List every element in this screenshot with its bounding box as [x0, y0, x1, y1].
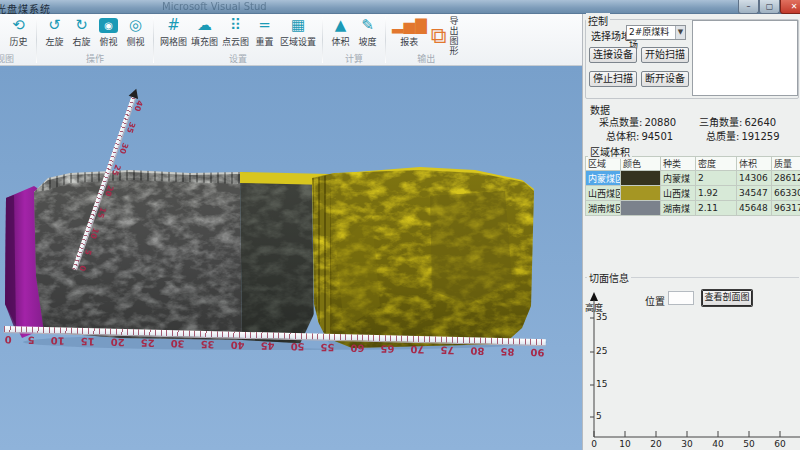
ruler-number: 15	[81, 336, 95, 347]
toolbar-button-label: 网格图	[160, 35, 187, 48]
device-log-box[interactable]	[692, 20, 798, 96]
toolbar-button-label: 点云图	[222, 35, 249, 48]
export-image-icon: ⧉	[431, 23, 447, 49]
toolbar-group-label: 操作	[38, 52, 152, 65]
toolbar-separator	[322, 17, 323, 63]
report-button[interactable]: ▂▅▇报表	[390, 15, 429, 49]
side-view-icon: ◎	[129, 16, 142, 35]
rotate-left-icon: ↺	[48, 16, 61, 35]
maximize-button[interactable]: ▢	[759, 0, 780, 14]
stop-scan-button[interactable]: 停止扫描	[589, 71, 637, 87]
top-view-button[interactable]: ◉俯视	[95, 15, 122, 49]
toolbar-group-label: 视图	[0, 52, 35, 65]
ruler-number: 85	[500, 346, 514, 357]
section-info-title: 切面信息	[587, 270, 631, 285]
rotate-right-button[interactable]: ↻右旋	[68, 15, 95, 49]
region-cell[interactable]: 湖南煤区	[586, 201, 621, 216]
data-group-title: 数据	[588, 102, 612, 117]
window-controls: – ▢ ✕	[738, 0, 800, 14]
top-view-icon: ◉	[99, 18, 118, 33]
control-group-title: 控制	[586, 13, 610, 28]
start-scan-button[interactable]: 开始扫描	[641, 47, 689, 63]
color-swatch[interactable]	[621, 186, 661, 201]
fill-icon: ☁	[197, 16, 212, 35]
table-row[interactable]: 内蒙煤区内蒙煤21430628612	[586, 171, 800, 186]
fill-button[interactable]: ☁填充图	[189, 15, 220, 49]
disconnect-device-button[interactable]: 断开设备	[641, 71, 689, 87]
toolbar-button-label: 体积	[332, 35, 350, 48]
report-icon: ▂▅▇	[392, 16, 427, 35]
3d-viewport[interactable]: 051015202530354045505560657075808590 051…	[0, 66, 582, 450]
slope-icon: ✎	[361, 16, 374, 35]
history-button[interactable]: ⟲历史	[5, 15, 32, 49]
ruler-number: 5	[83, 248, 93, 256]
ruler-number: 40	[230, 340, 244, 351]
ruler-number: 65	[380, 343, 394, 354]
close-button[interactable]: ✕	[780, 0, 800, 14]
region-cell[interactable]: 内蒙煤区	[586, 171, 621, 186]
app-window: 光盘煤系统 Microsoft Visual Stud – ▢ ✕ ⟲历史视图↺…	[0, 0, 800, 450]
toolbar-group-label: 输出	[387, 52, 465, 65]
right-panel: 控制 选择场地: 2#原煤料场 ▼ 连接设备 开始扫描 停止扫描 断开设备 数据…	[582, 14, 800, 450]
chart-y-tick: 35	[596, 312, 607, 322]
export-image-button[interactable]: ⧉导出图形	[429, 15, 463, 57]
table-header-cell: 种类	[661, 157, 696, 171]
table-row[interactable]: 湖南煤区湖南煤2.114564896317	[586, 201, 800, 216]
toolbar-button-label: 坡度	[359, 35, 377, 48]
chart-y-tick: 25	[596, 346, 607, 356]
connect-device-button[interactable]: 连接设备	[589, 47, 637, 63]
ruler-number: 70	[410, 344, 424, 355]
ruler-number: 60	[350, 342, 364, 353]
toolbar-button-label: 区域设置	[280, 35, 316, 48]
region-settings-icon: ▦	[291, 16, 305, 35]
minimize-button[interactable]: –	[738, 0, 759, 14]
chart-x-tick: 50	[741, 439, 757, 449]
type-cell[interactable]: 山西煤	[661, 186, 696, 201]
type-cell[interactable]: 湖南煤	[661, 201, 696, 216]
volume-cell[interactable]: 34547	[737, 186, 772, 201]
color-swatch[interactable]	[621, 201, 661, 216]
ruler-number: 75	[440, 345, 454, 356]
point-cloud-button[interactable]: ⠿点云图	[220, 15, 251, 49]
chart-x-tick: 0	[586, 439, 602, 449]
ruler-number: 10	[51, 335, 65, 346]
mass-cell[interactable]: 96317	[772, 201, 800, 216]
type-cell[interactable]: 内蒙煤	[661, 171, 696, 186]
grid-button[interactable]: #网格图	[158, 15, 189, 49]
toolbar-button-label: 填充图	[191, 35, 218, 48]
ruler-number: 0	[5, 334, 12, 345]
grid-icon: #	[167, 16, 180, 35]
stat-triangle-count: 三角数量:62640	[699, 114, 776, 129]
ruler-number: 30	[170, 338, 184, 349]
density-cell[interactable]: 1.92	[696, 186, 737, 201]
density-cell[interactable]: 2.11	[696, 201, 737, 216]
ruler-number: 80	[470, 345, 484, 356]
mass-cell[interactable]: 28612	[772, 171, 800, 186]
reset-icon: =	[258, 16, 271, 35]
stat-total-volume: 总体积:94501	[606, 128, 673, 143]
reset-button[interactable]: =重置	[251, 15, 278, 49]
volume-cell[interactable]: 45648	[737, 201, 772, 216]
volume-cell[interactable]: 14306	[737, 171, 772, 186]
region-cell[interactable]: 山西煤区	[586, 186, 621, 201]
slope-button[interactable]: ✎坡度	[354, 15, 381, 49]
mass-cell[interactable]: 66330	[772, 186, 800, 201]
density-cell[interactable]: 2	[696, 171, 737, 186]
chart-y-tick: 5	[596, 411, 602, 421]
region-volume-table[interactable]: 区域颜色种类密度体积质量 内蒙煤区内蒙煤21430628612山西煤区山西煤1.…	[585, 156, 800, 216]
table-row[interactable]: 山西煤区山西煤1.923454766330	[586, 186, 800, 201]
site-select-dropdown[interactable]: 2#原煤料场 ▼	[626, 25, 686, 40]
volume-button[interactable]: ▲体积	[327, 15, 354, 49]
toolbar-button-label: 报表	[400, 35, 418, 48]
color-swatch[interactable]	[621, 171, 661, 186]
toolbar-separator	[36, 17, 37, 63]
side-view-button[interactable]: ◎侧视	[122, 15, 149, 49]
region-settings-button[interactable]: ▦区域设置	[278, 15, 318, 49]
rotate-left-button[interactable]: ↺左旋	[41, 15, 68, 49]
site-select-value: 2#原煤料场	[629, 26, 675, 39]
ruler-number: 5	[28, 335, 35, 346]
toolbar-button-label: 左旋	[45, 35, 63, 48]
region-volume-title: 区域体积	[588, 144, 632, 159]
toolbar-separator	[153, 17, 154, 63]
ruler-number: 0	[77, 264, 87, 272]
